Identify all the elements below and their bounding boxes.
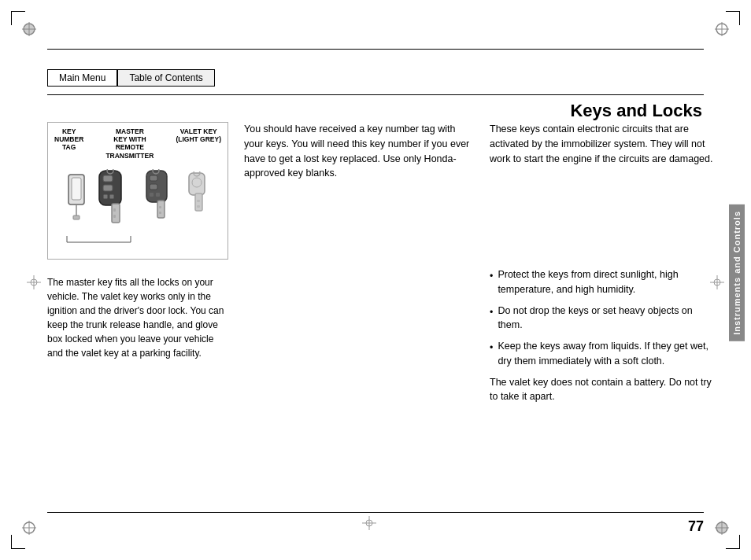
closing-text: The valet key does not contain a battery…: [490, 375, 720, 405]
bullet-dot-1: •: [490, 269, 493, 284]
lower-row: The master key fits all the locks on you…: [47, 267, 720, 404]
svg-rect-40: [159, 206, 161, 208]
middle-text-col: You should have received a key number ta…: [244, 122, 474, 260]
cross-bottom: [362, 516, 376, 533]
svg-rect-28: [103, 194, 108, 199]
content-area: KEYNUMBERTAG MASTERKEY WITHREMOTETRANSMI…: [47, 122, 720, 505]
below-image-paragraph: The master key fits all the locks on you…: [47, 275, 228, 360]
key-labels-row: KEYNUMBERTAG MASTERKEY WITHREMOTETRANSMI…: [48, 123, 228, 160]
main-menu-button[interactable]: Main Menu: [47, 69, 117, 87]
svg-rect-26: [103, 175, 113, 182]
reg-circle-tr: [715, 22, 729, 39]
reg-circle-br: [715, 521, 729, 538]
page-title: Keys and Locks: [570, 101, 702, 121]
top-page-rule: [47, 49, 704, 50]
key-number-tag-svg: [65, 173, 87, 220]
valet-key-label: VALET KEY(Light Grey): [176, 127, 221, 160]
svg-rect-39: [157, 201, 165, 218]
second-key-svg: [145, 169, 176, 224]
nav-bar: Main Menu Table of Contents: [47, 69, 215, 87]
page-number: 77: [688, 518, 704, 535]
below-image-text: The master key fits all the locks on you…: [47, 275, 228, 404]
svg-rect-31: [113, 208, 116, 212]
master-key-label: MASTERKEY WITHREMOTETRANSMITTER: [105, 127, 154, 160]
middle-text-paragraph: You should have received a key number ta…: [244, 122, 474, 181]
bottom-rule: [47, 512, 704, 513]
right-text-col: These keys contain electronic circuits t…: [490, 122, 720, 260]
bullet-dot-3: •: [490, 341, 493, 356]
svg-rect-37: [150, 193, 154, 197]
page-wrapper: Main Menu Table of Contents Keys and Loc…: [0, 0, 751, 560]
bullet-item-2: • Do not drop the keys or set heavy obje…: [490, 304, 720, 333]
svg-rect-29: [109, 194, 114, 199]
svg-rect-41: [159, 212, 161, 214]
main-columns: KEYNUMBERTAG MASTERKEY WITHREMOTETRANSMI…: [47, 122, 720, 260]
bullet-dot-2: •: [490, 305, 493, 320]
bullet-item-3: • Keep the keys away from liquids. If th…: [490, 339, 720, 369]
svg-rect-36: [150, 184, 157, 190]
bullet-text-1: Protect the keys from direct sunlight, h…: [498, 267, 720, 297]
bracket-svg: [56, 234, 221, 245]
bullet-text-2: Do not drop the keys or set heavy object…: [498, 304, 720, 333]
right-bullets-col: • Protect the keys from direct sunlight,…: [490, 267, 720, 404]
svg-rect-38: [156, 193, 160, 197]
svg-rect-47: [197, 205, 200, 208]
master-key-svg: [98, 169, 135, 224]
bullet-text-3: Keep the keys away from liquids. If they…: [498, 339, 720, 369]
reg-circle-tl: [22, 22, 36, 39]
svg-rect-35: [150, 175, 157, 181]
reg-circle-bl: [22, 521, 36, 538]
key-number-tag-label: KEYNUMBERTAG: [54, 127, 83, 160]
svg-rect-27: [103, 185, 113, 191]
right-intro-text: These keys contain electronic circuits t…: [490, 122, 720, 166]
valet-key-svg: [187, 171, 210, 223]
cross-left: [27, 275, 41, 293]
content-top-rule: [47, 94, 704, 95]
middle-spacer: [244, 267, 474, 404]
svg-rect-30: [112, 204, 120, 223]
toc-button[interactable]: Table of Contents: [117, 69, 214, 87]
bullet-item-1: • Protect the keys from direct sunlight,…: [490, 267, 720, 297]
svg-rect-46: [197, 200, 200, 202]
svg-rect-24: [73, 216, 80, 219]
side-label: Instruments and Controls: [729, 204, 745, 341]
key-illustration: KEYNUMBERTAG MASTERKEY WITHREMOTETRANSMI…: [47, 122, 228, 260]
svg-rect-22: [72, 178, 81, 200]
svg-rect-32: [113, 215, 116, 218]
